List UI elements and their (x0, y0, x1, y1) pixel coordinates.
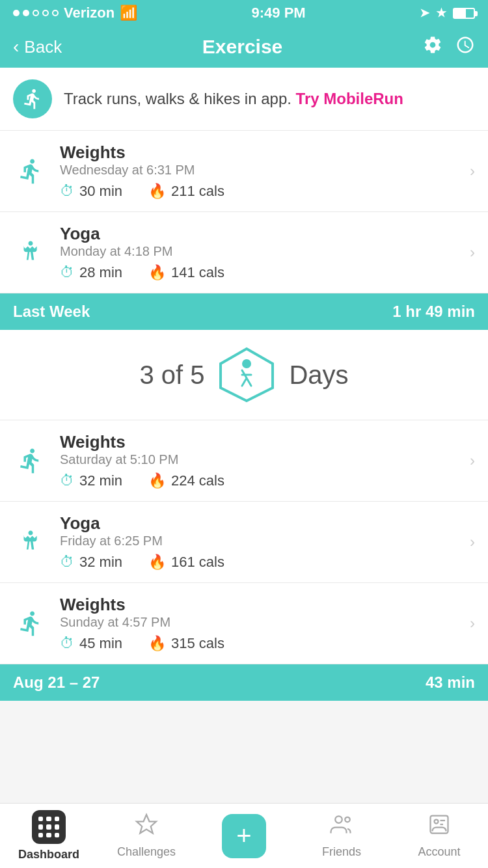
duration-value: 32 min (79, 472, 122, 489)
page-title: Exercise (202, 36, 282, 58)
wifi-icon: 📶 (120, 5, 137, 21)
scroll-content: Track runs, walks & hikes in app. Try Mo… (0, 68, 488, 766)
exercise-stats: ⏱ 28 min 🔥 141 cals (60, 264, 470, 281)
status-right: ➤ ★ (420, 6, 475, 20)
exercise-info-yoga-1: Yoga Monday at 4:18 PM ⏱ 28 min 🔥 141 ca… (60, 224, 470, 281)
location-icon: ➤ (420, 6, 429, 20)
exercise-stats: ⏱ 30 min 🔥 211 cals (60, 183, 470, 200)
dashboard-grid-icon (32, 810, 66, 844)
nav-bar: ‹ Back Exercise (0, 26, 488, 68)
dash-dot (46, 817, 51, 821)
badge-icon (217, 346, 276, 404)
weights-icon (13, 606, 48, 641)
back-arrow-icon: ‹ (13, 36, 19, 57)
promo-link[interactable]: Try MobileRun (296, 90, 403, 107)
exercise-datetime: Saturday at 5:10 PM (60, 452, 470, 467)
exercise-datetime: Monday at 4:18 PM (60, 244, 470, 259)
calories-stat: 🔥 211 cals (148, 183, 224, 200)
duration-value: 32 min (79, 554, 122, 571)
exercise-row-weights-2[interactable]: Weights Saturday at 5:10 PM ⏱ 32 min 🔥 2… (0, 420, 488, 502)
account-icon (427, 813, 451, 841)
yoga-icon (13, 524, 48, 560)
stopwatch-icon[interactable] (455, 35, 475, 59)
exercise-stats: ⏱ 32 min 🔥 224 cals (60, 472, 470, 489)
svg-marker-2 (137, 815, 156, 834)
exercise-datetime: Wednesday at 6:31 PM (60, 163, 470, 178)
tab-friends-label: Friends (322, 845, 361, 859)
dot-5 (52, 10, 59, 16)
status-left: Verizon 📶 (13, 5, 137, 21)
dash-dot (46, 833, 51, 837)
calories-value: 141 cals (171, 264, 224, 281)
dash-dot (46, 824, 51, 829)
dash-dot (38, 833, 43, 837)
friends-icon (330, 813, 353, 841)
section-title: Last Week (13, 303, 90, 321)
tab-challenges[interactable]: Challenges (98, 804, 195, 868)
yoga-icon (13, 235, 48, 270)
svg-point-6 (435, 820, 439, 824)
weights-icon (13, 154, 48, 189)
dot-4 (42, 10, 49, 16)
back-button[interactable]: ‹ Back (13, 36, 62, 57)
promo-row: Track runs, walks & hikes in app. Try Mo… (0, 68, 488, 131)
chevron-right-icon: › (470, 614, 475, 632)
duration-value: 30 min (79, 183, 122, 200)
calories-stat: 🔥 141 cals (148, 264, 224, 281)
exercise-name: Weights (60, 595, 470, 615)
exercise-row-yoga-2[interactable]: Yoga Friday at 6:25 PM ⏱ 32 min 🔥 161 ca… (0, 502, 488, 583)
exercise-info-weights-1: Weights Wednesday at 6:31 PM ⏱ 30 min 🔥 … (60, 142, 470, 200)
exercise-name: Weights (60, 142, 470, 163)
run-icon-circle (13, 79, 52, 118)
chevron-right-icon: › (470, 452, 475, 470)
chevron-right-icon: › (470, 533, 475, 551)
dash-dot (55, 833, 59, 837)
exercise-datetime: Sunday at 4:57 PM (60, 615, 470, 630)
tab-bar: Dashboard Challenges + Friends (0, 803, 488, 868)
dash-dot (55, 824, 59, 829)
tab-dashboard[interactable]: Dashboard (0, 804, 98, 868)
tab-dashboard-label: Dashboard (18, 848, 79, 861)
days-label: Days (289, 360, 348, 390)
exercise-datetime: Friday at 6:25 PM (60, 534, 470, 549)
fire-icon: 🔥 (148, 635, 166, 652)
clock-icon: ⏱ (60, 183, 74, 200)
calories-value: 224 cals (171, 472, 224, 489)
nav-icons (423, 35, 475, 59)
carrier-label: Verizon (64, 5, 115, 21)
calories-stat: 🔥 224 cals (148, 472, 224, 489)
exercise-row-yoga-1[interactable]: Yoga Monday at 4:18 PM ⏱ 28 min 🔥 141 ca… (0, 212, 488, 293)
svg-point-4 (345, 817, 350, 822)
exercise-name: Yoga (60, 224, 470, 244)
dash-dot (38, 817, 43, 821)
signal-dots (13, 10, 59, 16)
dot-3 (33, 10, 39, 16)
weights-icon (13, 443, 48, 478)
exercise-row-weights-1[interactable]: Weights Wednesday at 6:31 PM ⏱ 30 min 🔥 … (0, 131, 488, 212)
calories-stat: 🔥 315 cals (148, 635, 224, 652)
calories-stat: 🔥 161 cals (148, 554, 224, 571)
duration-stat: ⏱ 45 min (60, 635, 122, 652)
gear-icon[interactable] (423, 35, 442, 59)
duration-stat: ⏱ 32 min (60, 472, 122, 489)
last-week-header: Last Week 1 hr 49 min (0, 293, 488, 330)
duration-stat: ⏱ 30 min (60, 183, 122, 200)
calories-value: 315 cals (171, 635, 224, 652)
exercise-stats: ⏱ 45 min 🔥 315 cals (60, 635, 470, 652)
clock-icon: ⏱ (60, 264, 74, 281)
challenges-icon (135, 813, 158, 841)
exercise-row-weights-3[interactable]: Weights Sunday at 4:57 PM ⏱ 45 min 🔥 315… (0, 583, 488, 664)
days-summary: 3 of 5 Days (0, 330, 488, 420)
calories-value: 161 cals (171, 554, 224, 571)
tab-friends[interactable]: Friends (293, 804, 390, 868)
chevron-right-icon: › (470, 243, 475, 262)
days-count: 3 of 5 (139, 360, 204, 390)
fire-icon: 🔥 (148, 554, 166, 571)
promo-text: Track runs, walks & hikes in app. Try Mo… (64, 88, 403, 110)
add-icon[interactable]: + (222, 814, 266, 858)
tab-challenges-label: Challenges (117, 845, 176, 859)
tab-add[interactable]: + (195, 804, 293, 868)
svg-point-3 (335, 816, 342, 823)
status-bar: Verizon 📶 9:49 PM ➤ ★ (0, 0, 488, 26)
tab-account[interactable]: Account (390, 804, 488, 868)
